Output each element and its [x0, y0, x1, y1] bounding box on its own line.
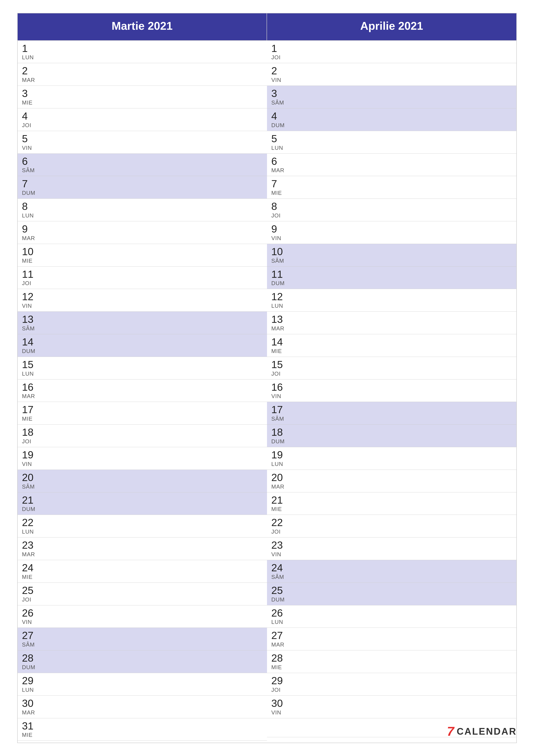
- day-name: DUM: [271, 596, 285, 603]
- day-row: 22JOI: [267, 515, 516, 537]
- day-name: MAR: [22, 393, 35, 399]
- day-name: JOI: [22, 438, 31, 445]
- day-number: 26: [22, 608, 33, 619]
- day-number: 9: [271, 224, 277, 235]
- day-number: 9: [22, 224, 28, 235]
- brand-text: CALENDAR: [457, 726, 517, 737]
- day-name: MIE: [22, 732, 33, 738]
- day-row: 25JOI: [18, 583, 267, 606]
- day-row: 30MAR: [18, 696, 267, 718]
- day-name: DUM: [22, 664, 35, 671]
- day-number: 21: [22, 495, 33, 506]
- day-row: 27MAR: [267, 628, 516, 650]
- day-row: 3SÂM: [267, 86, 516, 108]
- day-number: 27: [271, 630, 283, 641]
- day-name: SÂM: [22, 325, 35, 332]
- month-header-1: Aprilie 2021: [267, 14, 516, 41]
- day-row: 16MAR: [18, 380, 267, 402]
- day-number: 15: [271, 359, 283, 370]
- day-name: MAR: [271, 325, 285, 332]
- day-name: MAR: [271, 641, 285, 648]
- day-row: 12LUN: [267, 289, 516, 311]
- day-number: 20: [22, 472, 33, 483]
- day-name: DUM: [271, 122, 285, 129]
- day-number: 11: [271, 269, 283, 280]
- april-column: 1JOI2VIN3SÂM4DUM5LUN6MAR7MIE8JOI9VIN10SÂ…: [267, 41, 516, 742]
- day-number: 13: [271, 314, 283, 325]
- day-row: 6MAR: [267, 154, 516, 176]
- day-row: 29JOI: [267, 673, 516, 696]
- day-row: 1JOI: [267, 41, 516, 63]
- day-number: 8: [22, 201, 28, 212]
- day-row: 23VIN: [267, 537, 516, 560]
- day-number: 23: [271, 540, 283, 551]
- day-row: 21DUM: [18, 493, 267, 515]
- day-number: 26: [271, 608, 283, 619]
- day-name: MIE: [22, 99, 33, 106]
- day-row: 24MIE: [18, 560, 267, 583]
- day-name: JOI: [271, 687, 281, 693]
- branding: 7 CALENDAR: [447, 724, 517, 739]
- day-row: 17SÂM: [267, 402, 516, 424]
- day-row: 29LUN: [18, 673, 267, 696]
- day-name: JOI: [271, 370, 281, 377]
- day-number: 23: [22, 540, 33, 551]
- day-row: 18DUM: [267, 424, 516, 447]
- day-number: 29: [22, 675, 33, 687]
- day-name: MAR: [22, 77, 35, 83]
- day-row: 17MIE: [18, 402, 267, 424]
- day-number: 17: [271, 404, 283, 416]
- day-row: 20MAR: [267, 470, 516, 493]
- day-name: MIE: [22, 416, 33, 422]
- day-row: 10SÂM: [267, 244, 516, 267]
- day-row: 13SÂM: [18, 311, 267, 334]
- day-name: JOI: [22, 280, 31, 286]
- day-row: 28DUM: [18, 650, 267, 673]
- day-row: 6SÂM: [18, 154, 267, 176]
- day-row: 11JOI: [18, 267, 267, 289]
- day-name: MIE: [271, 664, 282, 671]
- day-name: LUN: [271, 145, 283, 151]
- day-number: 14: [271, 337, 283, 348]
- day-row: 9MAR: [18, 221, 267, 244]
- day-name: LUN: [271, 303, 283, 309]
- day-number: 28: [271, 653, 283, 664]
- day-row: 21MIE: [267, 493, 516, 515]
- day-number: 12: [271, 291, 283, 303]
- march-column: 1LUN2MAR3MIE4JOI5VIN6SÂM7DUM8LUN9MAR10MI…: [18, 41, 267, 742]
- day-row: 23MAR: [18, 537, 267, 560]
- day-name: JOI: [22, 122, 31, 129]
- day-row: 2VIN: [267, 63, 516, 86]
- day-name: VIN: [22, 145, 32, 151]
- day-name: LUN: [271, 619, 283, 625]
- day-number: 31: [22, 720, 33, 732]
- day-number: 27: [22, 630, 33, 641]
- day-number: 8: [271, 201, 277, 212]
- day-name: LUN: [271, 461, 283, 468]
- day-row: 4DUM: [267, 108, 516, 131]
- day-row: 26LUN: [267, 606, 516, 628]
- day-row: 24SÂM: [267, 560, 516, 583]
- day-name: MIE: [271, 190, 282, 196]
- day-name: VIN: [22, 303, 32, 309]
- month-header-0: Martie 2021: [18, 14, 267, 41]
- day-name: VIN: [271, 393, 281, 399]
- day-row: 25DUM: [267, 583, 516, 606]
- day-name: MAR: [271, 483, 285, 490]
- day-name: VIN: [22, 461, 32, 468]
- day-number: 10: [22, 246, 33, 257]
- day-number: 11: [22, 269, 33, 280]
- day-number: 4: [22, 111, 28, 122]
- day-row: 15JOI: [267, 357, 516, 380]
- day-row: 8JOI: [267, 199, 516, 221]
- day-row: 7MIE: [267, 176, 516, 199]
- day-row: 9VIN: [267, 221, 516, 244]
- day-name: LUN: [22, 687, 34, 693]
- day-name: SÂM: [22, 483, 35, 490]
- day-name: SÂM: [271, 574, 284, 580]
- day-row: 16VIN: [267, 380, 516, 402]
- day-number: 10: [271, 246, 283, 257]
- day-number: 28: [22, 653, 33, 664]
- day-row: 28MIE: [267, 650, 516, 673]
- day-number: 16: [22, 382, 33, 393]
